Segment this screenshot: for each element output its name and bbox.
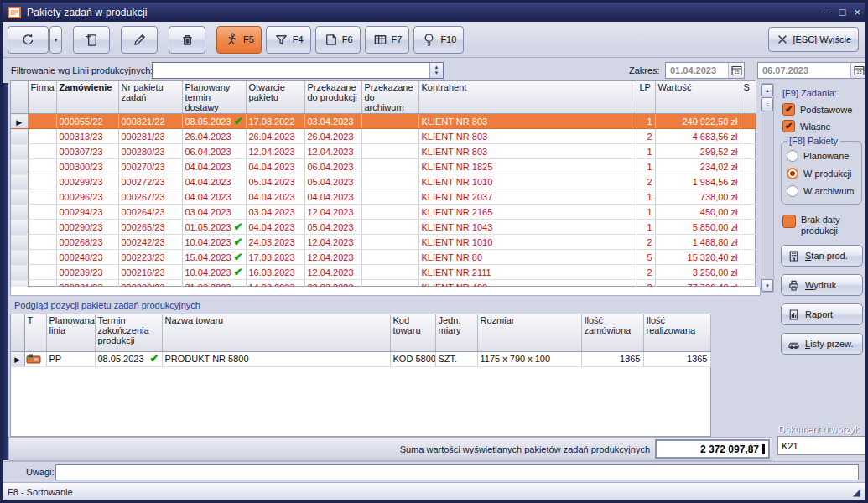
table-row[interactable]: 000294/23 000264/23 03.04.2023 03.04.202… — [11, 205, 756, 220]
cell-s[interactable] — [741, 205, 756, 220]
cell-firma[interactable] — [28, 174, 56, 189]
date-to-field[interactable]: 06.07.2023 15 — [757, 62, 867, 79]
cell-s[interactable] — [741, 189, 756, 205]
detail-header-termin[interactable]: Termin zakończenia produkcji — [95, 314, 162, 351]
scroll-up-button[interactable]: ▲ — [761, 84, 773, 96]
header-przekazane-archiwum[interactable]: Przekazane do archiwum — [361, 81, 418, 114]
cell-zamowienie[interactable]: 000313/23 — [56, 129, 118, 144]
exit-button[interactable]: [ESC] Wyjście — [768, 27, 859, 52]
detail-cell-realizowana[interactable]: 1365 — [643, 351, 710, 366]
cell-wartosc[interactable]: 3 250,00 zł — [655, 265, 741, 280]
cell-wartosc[interactable]: 4 683,56 zł — [655, 129, 741, 144]
cell-przekazane-archiwum[interactable] — [361, 174, 418, 189]
table-row[interactable]: 000296/23 000267/23 04.04.2023 04.04.202… — [11, 189, 756, 205]
note-f6-button[interactable]: F6 — [315, 26, 361, 54]
detail-cell-termin[interactable]: 08.05.2023✔ — [95, 351, 162, 366]
cell-planowany-termin[interactable]: 06.04.2023 — [182, 144, 246, 159]
header-lp[interactable]: LP — [637, 81, 655, 114]
hint-f10-button[interactable]: F10 — [413, 26, 464, 54]
cell-kontrahent[interactable]: KLIENT NR 1010 — [418, 235, 637, 250]
cell-zamowienie[interactable]: 000955/22 — [56, 114, 118, 129]
detail-header-rozmiar[interactable]: Rozmiar — [477, 314, 581, 351]
cell-kontrahent[interactable]: KLIENT NR 803 — [418, 144, 637, 159]
cell-przekazane-produkcja[interactable]: 12.04.2023 — [304, 250, 361, 265]
header-kontrahent[interactable]: Kontrahent — [418, 81, 637, 114]
cell-firma[interactable] — [28, 220, 56, 235]
cell-otwarcie[interactable]: 12.04.2023 — [246, 144, 304, 159]
cell-nr-pakietu[interactable]: 000216/23 — [118, 265, 182, 280]
cell-przekazane-archiwum[interactable] — [361, 220, 418, 235]
vertical-scrollbar[interactable]: ▲ = ▼ — [761, 83, 774, 293]
cell-wartosc[interactable]: 234,02 zł — [655, 159, 741, 174]
header-planowany-termin[interactable]: Planowany termin dostawy — [182, 81, 246, 114]
cell-przekazane-archiwum[interactable] — [361, 189, 418, 205]
cell-wartosc[interactable]: 1 984,56 zł — [655, 174, 741, 189]
cell-kontrahent[interactable]: KLIENT NR 803 — [418, 114, 637, 129]
cell-lp[interactable]: 1 — [637, 220, 655, 235]
header-s[interactable]: S — [741, 81, 756, 114]
scroll-down-button[interactable]: ▼ — [761, 279, 773, 292]
detail-row[interactable]: ▶ PP 08.05.2023✔ PRODUKT NR 5800 — [11, 351, 710, 366]
raport-button[interactable]: Raport — [781, 303, 863, 325]
cell-przekazane-archiwum[interactable] — [361, 114, 418, 129]
cell-s[interactable] — [741, 144, 756, 159]
table-row[interactable]: 000290/23 000265/23 01.05.2023✔ 04.04.20… — [11, 220, 756, 235]
cell-firma[interactable] — [28, 189, 56, 205]
date-to-calendar-button[interactable]: 15 — [850, 63, 866, 78]
date-from-field[interactable]: 01.04.2023 15 — [665, 62, 745, 79]
detail-cell-jedn[interactable]: SZT. — [435, 351, 477, 366]
cell-przekazane-archiwum[interactable] — [361, 235, 418, 250]
resize-grip-icon[interactable]: ◢ — [853, 488, 860, 496]
cell-planowany-termin[interactable]: 10.04.2023✔ — [182, 265, 246, 280]
cell-otwarcie[interactable]: 26.04.2023 — [246, 129, 304, 144]
cell-nr-pakietu[interactable]: 000264/23 — [118, 205, 182, 220]
date-from-calendar-button[interactable]: 15 — [728, 63, 744, 78]
cell-lp[interactable]: 1 — [637, 189, 655, 205]
maximize-icon[interactable]: □ — [839, 7, 846, 18]
radio-w-produkcji[interactable]: W produkcji — [787, 168, 858, 179]
cell-zamowienie[interactable]: 000294/23 — [56, 205, 118, 220]
cell-zamowienie[interactable]: 000290/23 — [56, 220, 118, 235]
close-icon[interactable]: × — [854, 7, 860, 18]
header-nr-pakietu[interactable]: Nr pakietu zadań — [118, 81, 182, 114]
cell-firma[interactable] — [28, 129, 56, 144]
cell-nr-pakietu[interactable]: 000242/23 — [118, 235, 182, 250]
cell-kontrahent[interactable]: KLIENT NR 2111 — [418, 265, 637, 280]
cell-przekazane-archiwum[interactable] — [361, 144, 418, 159]
cell-kontrahent[interactable]: KLIENT NR 803 — [418, 129, 637, 144]
cell-nr-pakietu[interactable]: 000223/23 — [118, 250, 182, 265]
cell-otwarcie[interactable]: 17.03.2023 — [246, 250, 304, 265]
detail-header-t[interactable]: T — [24, 314, 46, 351]
cell-firma[interactable] — [28, 144, 56, 159]
cell-s[interactable] — [741, 235, 756, 250]
cell-lp[interactable]: 2 — [637, 265, 655, 280]
header-otwarcie[interactable]: Otwarcie pakietu — [246, 81, 304, 114]
detail-header-zamowiona[interactable]: Ilość zamówiona — [581, 314, 643, 351]
cell-zamowienie[interactable]: 000239/23 — [56, 265, 118, 280]
cell-przekazane-produkcja[interactable]: 05.04.2023 — [304, 174, 361, 189]
cell-nr-pakietu[interactable]: 000272/23 — [118, 174, 182, 189]
cell-wartosc[interactable]: 450,00 zł — [655, 205, 741, 220]
cell-zamowienie[interactable]: 000300/23 — [56, 159, 118, 174]
checkbox-wlasne[interactable]: ✔ Własne — [782, 120, 864, 132]
cell-lp[interactable]: 2 — [637, 174, 655, 189]
cell-przekazane-produkcja[interactable]: 12.04.2023 — [304, 205, 361, 220]
cell-przekazane-produkcja[interactable]: 05.04.2023 — [304, 220, 361, 235]
cell-otwarcie[interactable]: 17.08.2022 — [246, 114, 304, 129]
cell-nr-pakietu[interactable]: 000265/23 — [118, 220, 182, 235]
cell-s[interactable] — [741, 129, 756, 144]
radio-on-icon[interactable] — [787, 168, 798, 179]
cell-s[interactable] — [741, 159, 756, 174]
cell-wartosc[interactable]: 240 922,50 zł — [655, 114, 741, 129]
cell-przekazane-produkcja[interactable]: 03.04.2023 — [304, 114, 361, 129]
cell-planowany-termin[interactable]: 08.05.2023✔ — [182, 114, 246, 129]
cell-nr-pakietu[interactable]: 000281/23 — [118, 129, 182, 144]
cell-kontrahent[interactable]: KLIENT NR 80 — [418, 250, 637, 265]
edit-button[interactable] — [121, 26, 158, 54]
cell-planowany-termin[interactable]: 03.04.2023 — [182, 205, 246, 220]
cell-firma[interactable] — [28, 159, 56, 174]
cell-firma[interactable] — [28, 114, 56, 129]
table-row[interactable]: ▶ 000955/22 000821/22 08.05.2023✔ 17.08.… — [11, 114, 756, 129]
cell-zamowienie[interactable]: 000307/23 — [56, 144, 118, 159]
cell-lp[interactable]: 1 — [637, 205, 655, 220]
